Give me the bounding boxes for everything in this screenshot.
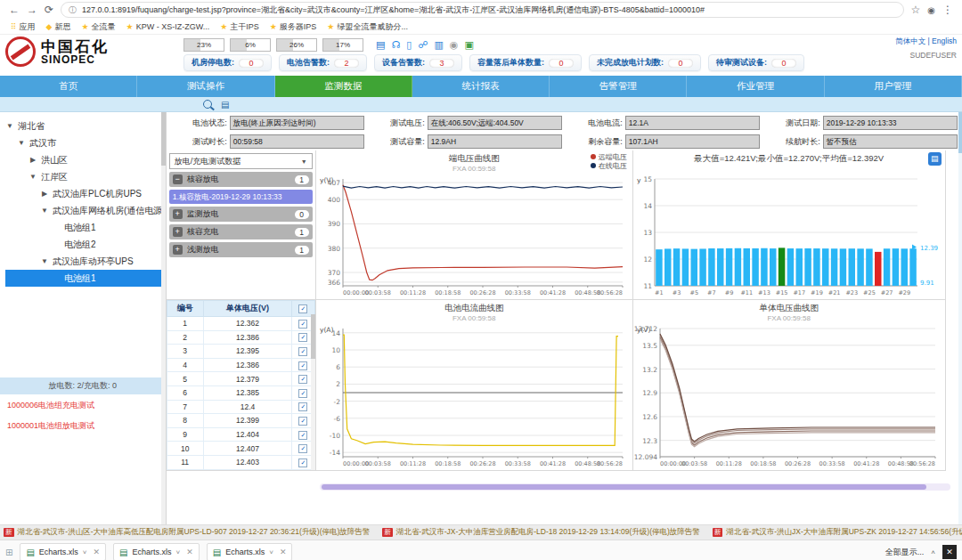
forward-icon[interactable]: → xyxy=(27,4,37,16)
shelf-close-button[interactable]: ✕ xyxy=(942,545,957,559)
form-field-value[interactable]: 在线:406.50V;远端:404.50V xyxy=(428,116,562,130)
expand-icon[interactable]: + xyxy=(173,245,183,255)
bookmark-item[interactable]: ◆新思 xyxy=(46,21,71,33)
alert-link[interactable]: 1000006电池组充电测试 xyxy=(7,400,159,411)
form-field-value[interactable]: 12.1A xyxy=(625,116,760,130)
row-checkbox[interactable]: ✓ xyxy=(298,417,307,426)
list-view-icon[interactable]: ▤ xyxy=(221,100,229,110)
tree-node[interactable]: ▼江岸区 xyxy=(5,168,166,185)
tree-node[interactable]: ▶洪山区 xyxy=(5,151,166,168)
tree-node[interactable]: ▶武汉油库PLC机房UPS xyxy=(5,185,166,202)
reload-icon[interactable]: ⟳ xyxy=(45,4,53,16)
alarm-icon[interactable]: ☍ xyxy=(418,39,428,51)
svg-text:380: 380 xyxy=(327,245,340,253)
row-checkbox[interactable]: ✓ xyxy=(298,389,307,398)
row-checkbox[interactable]: ✓ xyxy=(298,459,307,467)
row-checkbox[interactable]: ✓ xyxy=(298,402,307,411)
stat-pill: 待审测试设备:0 xyxy=(708,54,804,71)
chevron-down-icon[interactable]: ˅ xyxy=(176,548,181,556)
tab-告警管理[interactable]: 告警管理 xyxy=(550,76,687,97)
report-icon[interactable]: ▥ xyxy=(434,39,443,51)
legend-item[interactable]: 远端电压 xyxy=(591,152,627,161)
url-bar[interactable]: ⓘ 127.0.0.1:8919/fuquang/charge-test.jsp… xyxy=(61,2,903,18)
table-scrollbar[interactable] xyxy=(311,314,315,470)
collapse-icon[interactable]: − xyxy=(173,174,183,184)
wifi-icon[interactable]: ☊ xyxy=(391,39,400,51)
search-icon[interactable] xyxy=(203,100,212,109)
cell-voltage: 12.402 xyxy=(203,469,292,471)
close-icon[interactable]: ✕ xyxy=(280,548,287,556)
bookmark-item[interactable]: ★KPW - XS-IZ-ZGW... xyxy=(126,22,210,31)
language-switch[interactable]: 简体中文 | English xyxy=(850,37,957,47)
browser-menu-icon[interactable]: ⋮ xyxy=(942,4,953,16)
tree-node[interactable]: ▼武汉市 xyxy=(5,134,166,151)
content-vertical-scrollbar[interactable] xyxy=(958,112,962,524)
tab-测试操作[interactable]: 测试操作 xyxy=(137,76,274,97)
excel-file-icon: ▤ xyxy=(213,548,221,557)
bookmark-item[interactable]: ★主干IPS xyxy=(220,21,259,33)
show-all-downloads-button[interactable]: 全部显示... xyxy=(885,547,925,558)
export-image-button[interactable]: ▤ xyxy=(928,152,942,166)
accordion-section[interactable]: +监测放电0 xyxy=(169,207,313,222)
download-item[interactable]: ▤Echarts.xls˅✕ xyxy=(207,543,293,560)
tab-首页[interactable]: 首页 xyxy=(0,76,137,97)
expand-icon[interactable]: + xyxy=(173,209,183,219)
bookmark-item[interactable]: ★绿盟全流量威胁分... xyxy=(327,21,408,33)
accordion-section[interactable]: +核容充电1 xyxy=(169,224,313,239)
sinopec-logo-icon xyxy=(5,37,36,67)
row-checkbox[interactable]: ✓ xyxy=(298,444,307,453)
bookmark-item[interactable]: ★全流量 xyxy=(82,21,116,33)
stat-value: 3 xyxy=(429,59,454,68)
row-checkbox[interactable]: ✓ xyxy=(298,333,307,342)
alert-link[interactable]: 1000001电池组放电测试 xyxy=(7,420,159,432)
shelf-collapse-icon[interactable]: ˄ xyxy=(931,548,935,556)
accordion-section[interactable]: −核容放电1 xyxy=(169,172,313,187)
tree-node[interactable]: 电池组1 xyxy=(5,219,166,236)
tree-node[interactable]: 电池组2 xyxy=(5,236,166,253)
bookmark-item[interactable]: ★服务器IPS xyxy=(270,21,317,33)
tab-用户管理[interactable]: 用户管理 xyxy=(825,76,962,97)
test-record-item[interactable]: 1.核容放电-2019-12-29 10:13:33 xyxy=(169,190,313,204)
tree-node[interactable]: ▼武汉油库网络机房(通信电源) xyxy=(5,202,166,219)
tree-node[interactable]: 电池组1 xyxy=(5,270,166,287)
legend-item[interactable]: 在线电压 xyxy=(591,161,627,170)
test-data-dropdown[interactable]: 放电/充电测试数据 ▼ xyxy=(169,153,313,169)
row-checkbox[interactable]: ✓ xyxy=(298,431,307,440)
chevron-down-icon[interactable]: ˅ xyxy=(83,548,87,556)
row-checkbox[interactable]: ✓ xyxy=(298,347,307,356)
chevron-down-icon[interactable]: ˅ xyxy=(269,548,273,556)
tree-node[interactable]: ▼湖北省 xyxy=(5,118,166,134)
row-checkbox[interactable]: ✓ xyxy=(298,361,307,370)
row-checkbox[interactable]: ✓ xyxy=(298,320,307,329)
stat-value: 0 xyxy=(239,59,264,68)
tab-统计报表[interactable]: 统计报表 xyxy=(412,76,550,97)
row-checkbox[interactable]: ✓ xyxy=(298,375,307,384)
select-all-checkbox[interactable]: ✓ xyxy=(298,304,307,313)
bookmark-star-icon[interactable]: ☆ xyxy=(911,4,921,16)
download-item[interactable]: ▤Echarts.xls˅✕ xyxy=(20,543,106,560)
form-field-value[interactable]: 放电(终止原因:到达时间) xyxy=(230,116,364,130)
form-field-value[interactable]: 2019-12-29 10:13:33 xyxy=(823,116,958,130)
tree-node[interactable]: ▼武汉油库动环亭UPS xyxy=(5,253,166,270)
form-field-value[interactable]: 107.1AH xyxy=(625,134,760,149)
tab-监测数据[interactable]: 监测数据 xyxy=(275,76,412,97)
close-icon[interactable]: ✕ xyxy=(94,548,101,556)
storage-icon[interactable]: ▤ xyxy=(376,39,385,51)
form-field-value[interactable]: 12.9AH xyxy=(428,134,562,149)
close-icon[interactable]: ✕ xyxy=(186,548,193,556)
back-icon[interactable]: ← xyxy=(9,4,20,16)
form-field-value[interactable]: 暂不预估 xyxy=(823,134,958,149)
download-item[interactable]: ▤Echarts.xls˅✕ xyxy=(113,543,200,560)
disc-icon[interactable]: ◉ xyxy=(450,39,459,51)
charts-horizontal-scrollbar[interactable] xyxy=(320,483,950,491)
info-icon[interactable]: ⓘ xyxy=(69,4,77,16)
battery-icon[interactable]: ▯ xyxy=(406,39,412,51)
tab-作业管理[interactable]: 作业管理 xyxy=(687,76,824,97)
bookmark-item[interactable]: ⠿应用 xyxy=(11,21,36,33)
form-field-value[interactable]: 00:59:58 xyxy=(230,134,364,149)
sidebar-scrollbar[interactable] xyxy=(161,112,166,524)
accordion-section[interactable]: +浅测放电1 xyxy=(169,242,313,257)
monitor-icon[interactable]: ▣ xyxy=(464,39,473,51)
expand-icon[interactable]: + xyxy=(173,227,183,237)
profile-icon[interactable]: ◉ xyxy=(927,5,935,15)
